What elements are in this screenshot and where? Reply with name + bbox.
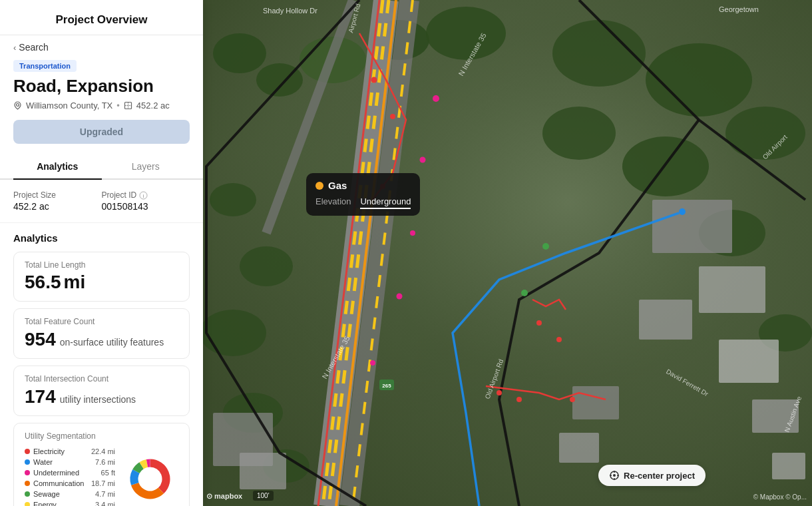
category-tag: Transportation — [13, 60, 77, 72]
seg-name: Energy — [33, 501, 95, 506]
svg-point-30 — [390, 114, 395, 119]
seg-name: Undetermined — [33, 469, 101, 477]
seg-value: 18.7 mi — [91, 479, 115, 487]
svg-point-33 — [420, 157, 426, 163]
svg-rect-22 — [719, 340, 779, 383]
svg-rect-20 — [699, 266, 765, 313]
line-length-unit: mi — [64, 272, 86, 293]
seg-dot-icon — [25, 491, 30, 497]
svg-text:i: i — [143, 194, 144, 198]
project-id-stat: Project ID i 001508143 — [102, 190, 190, 212]
project-size-label: Project Size — [13, 190, 102, 200]
svg-point-62 — [17, 104, 19, 107]
project-size-value: 452.2 ac — [13, 201, 102, 212]
tab-layers[interactable]: Layers — [102, 154, 190, 180]
recenter-label: Re-center project — [624, 471, 695, 481]
project-size-stat: Project Size 452.2 ac — [13, 190, 102, 212]
seg-row: Sewage 4.7 mi — [25, 490, 115, 498]
seg-value: 3.4 mi — [95, 501, 115, 506]
seg-dot-icon — [25, 502, 30, 506]
project-meta: Williamson County, TX • 452.2 ac — [0, 101, 203, 120]
seg-row: Water 7.6 mi — [25, 458, 115, 466]
seg-row: Energy 3.4 mi — [25, 501, 115, 506]
svg-point-37 — [542, 243, 549, 250]
tab-analytics[interactable]: Analytics — [13, 154, 102, 180]
svg-point-57 — [613, 474, 616, 477]
svg-point-29 — [371, 77, 377, 83]
line-length-label: Total Line Length — [25, 260, 178, 270]
seg-value: 4.7 mi — [95, 490, 115, 498]
gas-tab-elevation[interactable]: Elevation — [315, 196, 351, 209]
gas-label: Gas — [328, 180, 347, 191]
meta-separator: • — [116, 101, 120, 111]
mapbox-logo: ⊙ mapbox — [206, 492, 242, 501]
gas-tooltip-header: Gas — [315, 180, 411, 191]
seg-dot-icon — [25, 470, 30, 475]
seg-legend: Electricity 22.4 mi Water 7.6 mi Undeter… — [25, 447, 115, 506]
stats-grid: Project Size 452.2 ac Project ID i 00150… — [0, 180, 203, 223]
svg-rect-19 — [652, 200, 732, 253]
segmentation-title: Utility Segmentation — [25, 431, 178, 441]
total-intersection-card: Total Intersection Count 174 utility int… — [13, 366, 190, 416]
svg-rect-25 — [572, 386, 619, 419]
seg-row: Communication 18.7 mi — [25, 479, 115, 487]
project-id-label: Project ID — [102, 190, 137, 200]
sidebar-header: Project Overview — [0, 0, 203, 35]
donut-chart — [122, 451, 178, 506]
segmentation-layout: Electricity 22.4 mi Water 7.6 mi Undeter… — [25, 447, 178, 506]
search-back-button[interactable]: ‹ Search — [0, 35, 203, 59]
total-line-length-card: Total Line Length 56.5 mi — [13, 252, 190, 302]
seg-name: Sewage — [33, 490, 95, 498]
project-id-value: 001508143 — [102, 201, 190, 212]
upgrade-button[interactable]: Upgraded — [13, 120, 190, 144]
recenter-icon — [609, 470, 620, 481]
seg-value: 65 ft — [101, 469, 115, 477]
project-location: Williamson County, TX — [26, 101, 112, 111]
svg-point-12 — [200, 310, 266, 356]
gas-dot-icon — [315, 182, 323, 190]
svg-rect-26 — [559, 433, 599, 463]
line-length-value: 56.5 — [25, 272, 61, 293]
seg-name: Communication — [33, 479, 91, 487]
svg-point-42 — [516, 397, 522, 402]
svg-rect-28 — [240, 453, 286, 489]
seg-dot-icon — [25, 459, 30, 465]
map-attribution: © Mapbox © Op... — [753, 493, 807, 501]
gas-tooltip: Gas Elevation Underground — [306, 173, 420, 216]
analytics-section: Analytics Total Line Length 56.5 mi Tota… — [0, 223, 203, 416]
back-chevron-icon: ‹ — [13, 43, 16, 53]
svg-point-36 — [370, 360, 375, 366]
gas-tooltip-tabs[interactable]: Elevation Underground — [315, 196, 411, 209]
svg-point-44 — [679, 208, 686, 215]
tabs-bar: Analytics Layers — [0, 154, 203, 180]
svg-point-16 — [622, 136, 709, 196]
seg-value: 7.6 mi — [95, 458, 115, 466]
map-scale: 100' — [253, 491, 274, 501]
analytics-heading: Analytics — [13, 232, 190, 244]
sidebar-panel: Project Overview ‹ Search Transportation… — [0, 0, 203, 506]
seg-dot-icon — [25, 449, 30, 454]
search-label: Search — [19, 42, 48, 53]
donut-segment — [150, 459, 170, 494]
sidebar-title: Project Overview — [56, 13, 148, 26]
donut-segment — [131, 483, 164, 499]
project-area: 452.2 ac — [136, 101, 170, 111]
svg-point-43 — [570, 397, 575, 402]
svg-point-6 — [426, 7, 506, 60]
svg-rect-21 — [639, 300, 692, 340]
gas-tab-underground[interactable]: Underground — [360, 196, 411, 209]
svg-text:Shady Hollow Dr: Shady Hollow Dr — [263, 7, 317, 15]
recenter-button[interactable]: Re-center project — [598, 465, 706, 486]
svg-point-38 — [521, 290, 528, 296]
seg-row: Electricity 22.4 mi — [25, 447, 115, 455]
feature-count-subtext: on-surface utility features — [60, 337, 164, 348]
svg-point-32 — [433, 95, 439, 102]
svg-text:Georgetown: Georgetown — [719, 5, 759, 13]
svg-point-2 — [213, 33, 266, 73]
svg-rect-24 — [772, 453, 805, 479]
seg-name: Electricity — [33, 447, 91, 455]
svg-point-39 — [536, 320, 542, 326]
segmentation-card: Utility Segmentation Electricity 22.4 mi… — [13, 423, 190, 506]
feature-count-label: Total Feature Count — [25, 317, 178, 326]
svg-point-11 — [240, 246, 293, 286]
